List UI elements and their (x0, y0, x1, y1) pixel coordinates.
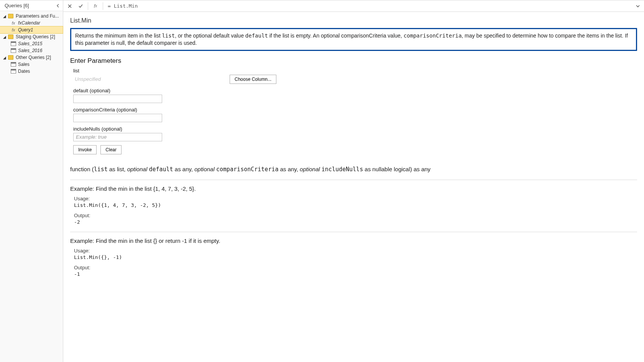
sig-opt: optional (194, 166, 216, 172)
formula-input[interactable] (106, 2, 632, 10)
output-code: -2 (74, 219, 637, 225)
function-signature: function (list as list, optional default… (70, 166, 637, 173)
sig-text: as any, (279, 166, 300, 172)
desc-code: comparisonCriteria (404, 33, 462, 39)
param-label: includeNulls (optional) (73, 126, 637, 132)
function-icon: fx (11, 21, 16, 25)
divider (103, 2, 103, 10)
param-include-nulls: includeNulls (optional) (73, 126, 637, 141)
sig-text: as any, (173, 166, 195, 172)
example-block: Example: Find the min in the list {1, 4,… (70, 180, 637, 225)
function-doc-pane: List.Min Returns the minimum item in the… (63, 12, 644, 362)
tree-group-staging[interactable]: ◢ Staging Queries [2] (0, 33, 63, 40)
param-label: default (optional) (73, 88, 637, 93)
function-description: Returns the minimum item in the list lis… (70, 28, 637, 51)
tree-toggle-icon[interactable]: ◢ (3, 56, 7, 60)
tree-item-label: Sales_2016 (18, 48, 42, 53)
invoke-button[interactable]: Invoke (73, 145, 97, 154)
main-pane: fx List.Min Returns the minimum item in … (63, 0, 644, 362)
param-label: comparisonCriteria (optional) (73, 107, 637, 113)
tree-item-sales[interactable]: Sales (0, 61, 63, 68)
output-label: Output: (74, 265, 637, 270)
sig-code: default (149, 166, 173, 173)
example-title: Example: Find the min in the list {} or … (70, 238, 637, 244)
tree-item-label: Sales_2015 (18, 41, 42, 46)
sig-text: as list, (108, 166, 127, 172)
function-icon: fx (11, 28, 16, 32)
table-icon (11, 69, 16, 74)
table-icon (11, 41, 16, 46)
example-title: Example: Find the min in the list {1, 4,… (70, 185, 637, 192)
collapse-sidebar-button[interactable] (56, 4, 60, 8)
fx-icon: fx (91, 2, 100, 10)
param-comparison: comparisonCriteria (optional) (73, 107, 637, 122)
param-list-field[interactable]: Unspecified (73, 75, 227, 83)
folder-icon (8, 55, 13, 60)
tree-group-parameters[interactable]: ◢ Parameters and Fu... (0, 13, 63, 20)
usage-code: List.Min({}, -1) (74, 254, 637, 260)
clear-button[interactable]: Clear (100, 145, 122, 154)
param-default-input[interactable] (73, 95, 162, 103)
desc-code: default (245, 33, 268, 39)
sidebar-header: Queries [6] (0, 0, 63, 11)
sig-text: as nullable logical) as any (363, 166, 430, 172)
desc-text: , or the optional default value (175, 33, 245, 39)
tree-item-query1[interactable]: fx Query1 (0, 26, 63, 33)
example-block: Example: Find the min in the list {} or … (70, 232, 637, 277)
function-name: List.Min (70, 17, 637, 24)
action-buttons: Invoke Clear (70, 145, 637, 154)
output-label: Output: (74, 213, 637, 218)
sig-code: includeNulls (322, 166, 363, 173)
formula-bar: fx (63, 0, 644, 12)
app-root: Queries [6] ◢ Parameters and Fu... fx fx… (0, 0, 644, 362)
tree-item-fxcalendar[interactable]: fx fxCalendar (0, 20, 63, 26)
param-include-nulls-input[interactable] (73, 133, 162, 141)
param-label: list (73, 68, 637, 74)
usage-code: List.Min({1, 4, 7, 3, -2, 5}) (74, 202, 637, 208)
folder-icon (8, 14, 13, 18)
tree-group-label: Other Queries [2] (16, 55, 51, 60)
divider (88, 2, 88, 10)
tree-group-other[interactable]: ◢ Other Queries [2] (0, 54, 63, 61)
expand-formula-button[interactable] (634, 4, 642, 8)
tree-group-label: Parameters and Fu... (16, 13, 59, 19)
desc-text: if the list is empty. An optional compar… (268, 33, 404, 39)
tree-item-label: fxCalendar (18, 20, 40, 26)
sig-text: function ( (70, 166, 94, 172)
cancel-formula-button[interactable] (66, 2, 74, 10)
tree-item-sales2015[interactable]: Sales_2015 (0, 40, 63, 47)
enter-parameters-title: Enter Parameters (70, 57, 637, 65)
tree-item-dates[interactable]: Dates (0, 68, 63, 75)
usage-label: Usage: (74, 196, 637, 201)
sig-opt: optional (300, 166, 322, 172)
queries-sidebar: Queries [6] ◢ Parameters and Fu... fx fx… (0, 0, 63, 362)
usage-label: Usage: (74, 248, 637, 254)
table-icon (11, 62, 16, 67)
desc-text: Returns the minimum item in the list (75, 33, 162, 39)
table-icon (11, 48, 16, 53)
commit-formula-button[interactable] (76, 2, 85, 10)
desc-code: list (162, 33, 175, 39)
choose-column-button[interactable]: Choose Column... (230, 75, 276, 84)
param-list: list Unspecified Choose Column... (73, 68, 637, 84)
folder-icon (8, 34, 13, 39)
tree-toggle-icon[interactable]: ◢ (3, 35, 7, 39)
sig-opt: optional (127, 166, 149, 172)
tree-item-label: Query1 (18, 27, 33, 33)
sidebar-title: Queries [6] (5, 3, 29, 8)
tree-toggle-icon[interactable]: ◢ (3, 14, 7, 18)
tree-item-sales2016[interactable]: Sales_2016 (0, 47, 63, 54)
tree-item-label: Dates (18, 69, 30, 74)
tree-item-label: Sales (18, 62, 30, 67)
param-default: default (optional) (73, 88, 637, 103)
output-code: -1 (74, 271, 637, 277)
param-comparison-input[interactable] (73, 114, 162, 122)
sig-code: comparisonCriteria (216, 166, 279, 173)
tree-group-label: Staging Queries [2] (16, 34, 55, 39)
queries-tree: ◢ Parameters and Fu... fx fxCalendar fx … (0, 11, 63, 75)
sig-code: list (94, 166, 108, 173)
parameters-form: list Unspecified Choose Column... defaul… (70, 68, 637, 141)
